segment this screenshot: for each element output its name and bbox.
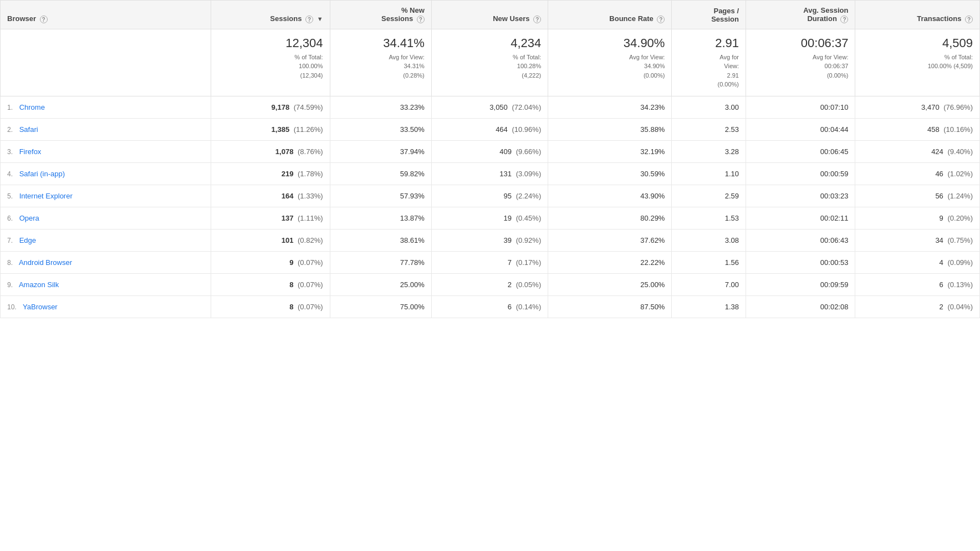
- row-number: 10.: [7, 303, 17, 311]
- new-users-value: 409: [499, 147, 512, 156]
- pct-new-sessions-cell: 33.23%: [330, 96, 431, 118]
- sessions-pct: (1.11%): [298, 214, 323, 222]
- totals-avg-session-cell: 00:06:37 Avg for View:00:06:37(0.00%): [746, 29, 855, 96]
- transactions-pct: (0.13%): [947, 280, 973, 289]
- table-row: 9. Amazon Silk 8 (0.07%) 25.00% 2 (0.05%…: [1, 273, 980, 295]
- browser-link[interactable]: Firefox: [19, 147, 42, 156]
- sessions-pct: (0.07%): [298, 303, 323, 311]
- new-users-value: 464: [496, 125, 508, 134]
- new-users-cell: 6 (0.14%): [431, 295, 548, 318]
- transactions-pct: (0.04%): [947, 303, 973, 311]
- pct-new-sessions-value: 37.94%: [400, 147, 425, 156]
- transactions-cell: 4 (0.09%): [855, 251, 980, 273]
- bounce-rate-value: 87.50%: [640, 303, 665, 311]
- transactions-column-header: Transactions ?: [855, 1, 980, 29]
- browser-link[interactable]: Chrome: [19, 103, 45, 111]
- sessions-value: 1,078: [275, 147, 294, 156]
- table-row: 7. Edge 101 (0.82%) 38.61% 39 (0.92%) 37…: [1, 229, 980, 251]
- pages-session-cell: 7.00: [672, 273, 746, 295]
- avg-session-value: 00:07:10: [820, 103, 849, 111]
- browser-link[interactable]: Safari (in-app): [19, 170, 65, 178]
- transactions-value: 2: [940, 303, 943, 311]
- pct-new-sessions-value: 77.78%: [400, 258, 425, 267]
- new-users-pct: (0.05%): [516, 280, 542, 289]
- avg-session-value: 00:02:11: [820, 214, 849, 222]
- transactions-value: 56: [935, 192, 943, 200]
- sessions-value: 164: [282, 192, 294, 200]
- browser-link[interactable]: Opera: [19, 214, 39, 222]
- pct-new-sessions-help-icon[interactable]: ?: [417, 16, 425, 23]
- new-users-value: 19: [504, 214, 512, 222]
- row-number: 7.: [7, 237, 13, 244]
- row-number: 1.: [7, 104, 13, 111]
- totals-transactions-value: 4,509: [862, 36, 973, 50]
- transactions-value: 458: [927, 125, 940, 134]
- new-users-column-header: New Users ?: [431, 1, 548, 29]
- pct-new-sessions-cell: 57.93%: [330, 185, 431, 207]
- browser-link[interactable]: Amazon Silk: [19, 280, 59, 289]
- browser-cell: 3. Firefox: [1, 140, 211, 162]
- sessions-value: 137: [282, 214, 294, 222]
- new-users-pct: (72.04%): [512, 103, 541, 111]
- pages-session-value: 1.56: [725, 258, 739, 267]
- new-users-value: 3,050: [489, 103, 508, 111]
- sessions-sort-icon[interactable]: ▼: [317, 16, 323, 22]
- bounce-rate-cell: 87.50%: [548, 295, 672, 318]
- pages-session-cell: 3.08: [672, 229, 746, 251]
- browser-link[interactable]: Android Browser: [19, 258, 72, 267]
- sessions-cell: 101 (0.82%): [211, 229, 330, 251]
- totals-avg-session-value: 00:06:37: [753, 36, 848, 50]
- sessions-cell: 1,385 (11.26%): [211, 118, 330, 140]
- sessions-cell: 219 (1.78%): [211, 162, 330, 185]
- transactions-pct: (76.96%): [943, 103, 973, 111]
- totals-pct-new-sessions-sub: Avg for View:34.31%(0.28%): [337, 53, 425, 80]
- new-users-pct: (2.24%): [516, 192, 542, 200]
- transactions-cell: 46 (1.02%): [855, 162, 980, 185]
- new-users-help-icon[interactable]: ?: [533, 16, 541, 23]
- pct-new-sessions-cell: 25.00%: [330, 273, 431, 295]
- new-users-pct: (0.17%): [516, 258, 542, 267]
- transactions-help-icon[interactable]: ?: [965, 16, 973, 23]
- browser-link[interactable]: Safari: [19, 125, 38, 134]
- table-row: 2. Safari 1,385 (11.26%) 33.50% 464 (10.…: [1, 118, 980, 140]
- avg-session-value: 00:03:23: [820, 192, 849, 200]
- sessions-help-icon[interactable]: ?: [305, 16, 313, 23]
- browser-link[interactable]: YaBrowser: [23, 303, 58, 311]
- pct-new-sessions-value: 38.61%: [400, 236, 425, 244]
- browser-help-icon[interactable]: ?: [40, 16, 48, 23]
- avg-session-cell: 00:09:59: [746, 273, 855, 295]
- pct-new-sessions-value: 13.87%: [400, 214, 425, 222]
- transactions-value: 46: [935, 170, 943, 178]
- transactions-value: 34: [935, 236, 943, 244]
- bounce-rate-help-icon[interactable]: ?: [657, 16, 665, 23]
- new-users-value: 95: [504, 192, 512, 200]
- browser-cell: 5. Internet Explorer: [1, 185, 211, 207]
- pages-session-cell: 1.53: [672, 207, 746, 229]
- row-number: 3.: [7, 148, 13, 156]
- pages-session-value: 1.38: [725, 303, 739, 311]
- new-users-pct: (9.66%): [516, 147, 542, 156]
- sessions-pct: (0.07%): [298, 258, 323, 267]
- bounce-rate-value: 25.00%: [640, 280, 665, 289]
- row-number: 4.: [7, 170, 13, 178]
- browser-link[interactable]: Internet Explorer: [19, 192, 73, 200]
- new-users-pct: (3.09%): [516, 170, 542, 178]
- avg-session-value: 00:00:59: [820, 170, 849, 178]
- sessions-cell: 8 (0.07%): [211, 273, 330, 295]
- browser-analytics-table: Browser ? Sessions ? ▼ % NewSessions ? N…: [0, 0, 980, 318]
- totals-sessions-value: 12,304: [218, 36, 323, 50]
- browser-cell: 7. Edge: [1, 229, 211, 251]
- sessions-pct: (0.07%): [298, 280, 323, 289]
- avg-session-help-icon[interactable]: ?: [840, 16, 848, 23]
- bounce-rate-value: 34.23%: [640, 103, 665, 111]
- sessions-pct: (0.82%): [298, 236, 323, 244]
- bounce-rate-cell: 32.19%: [548, 140, 672, 162]
- browser-cell: 8. Android Browser: [1, 251, 211, 273]
- pages-session-value: 3.08: [725, 236, 739, 244]
- avg-session-value: 00:00:53: [820, 258, 849, 267]
- sessions-pct: (74.59%): [294, 103, 323, 111]
- totals-avg-session-sub: Avg for View:00:06:37(0.00%): [753, 53, 848, 80]
- browser-link[interactable]: Edge: [19, 236, 36, 244]
- new-users-value: 39: [504, 236, 512, 244]
- pct-new-sessions-column-header: % NewSessions ?: [330, 1, 431, 29]
